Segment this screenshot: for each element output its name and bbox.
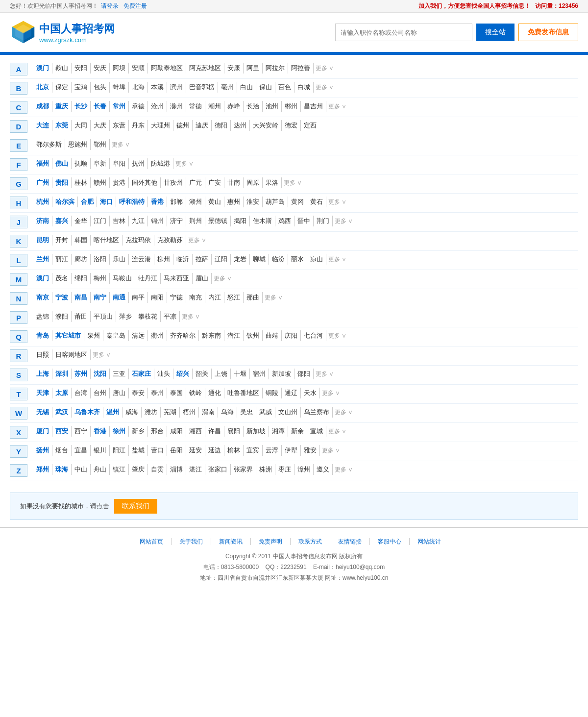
city-link[interactable]: 宜昌 [72, 445, 91, 456]
city-link[interactable]: 上海 [33, 369, 52, 379]
city-link[interactable]: 广安 [205, 177, 224, 188]
city-link[interactable]: 营口 [148, 445, 167, 456]
city-link[interactable]: 钦州 [244, 330, 263, 341]
city-link[interactable]: 通化 [205, 388, 224, 398]
city-link[interactable]: 天水 [301, 388, 320, 398]
city-link[interactable]: 延安 [186, 445, 205, 456]
city-link[interactable]: 三亚 [110, 369, 129, 379]
footer-nav-item[interactable]: 友情链接 [338, 538, 370, 545]
more-cities-link[interactable]: 更多 ∨ [328, 255, 346, 264]
city-link[interactable]: 吴忠 [237, 407, 256, 418]
city-link[interactable]: 芜湖 [161, 407, 180, 418]
city-link[interactable]: 那曲 [244, 292, 263, 303]
more-cities-link[interactable]: 更多 ∨ [182, 313, 200, 321]
city-link[interactable]: 台州 [91, 388, 110, 398]
city-link[interactable]: 咸阳 [167, 426, 186, 437]
city-link[interactable]: 曲靖 [263, 330, 282, 341]
city-link[interactable]: 南阳 [148, 292, 167, 303]
city-link[interactable]: 怒江 [224, 292, 244, 303]
city-link[interactable]: 宿州 [250, 369, 269, 379]
city-link[interactable]: 东营 [110, 120, 129, 131]
city-link[interactable]: 太原 [52, 388, 72, 398]
city-link[interactable]: 无锡 [33, 407, 52, 418]
city-link[interactable]: 新乡 [129, 426, 148, 437]
city-link[interactable]: 长治 [244, 101, 263, 112]
city-link[interactable]: 漳州 [294, 464, 314, 475]
city-link[interactable]: 济宁 [167, 216, 186, 226]
city-link[interactable]: 龙岩 [231, 254, 250, 265]
city-link[interactable]: 重庆 [52, 101, 72, 112]
city-link[interactable]: 乌兰察布 [301, 407, 333, 418]
city-link[interactable]: 国外其他 [129, 177, 161, 188]
footer-nav-item[interactable]: 客服中心 [378, 538, 410, 545]
more-cities-link[interactable]: 更多 ∨ [328, 427, 346, 436]
city-link[interactable]: 常州 [110, 101, 129, 112]
more-cities-link[interactable]: 更多 ∨ [335, 217, 353, 225]
contact-button[interactable]: 联系我们 [114, 499, 157, 514]
city-link[interactable]: 安庆 [91, 63, 110, 74]
city-link[interactable]: 中山 [72, 464, 91, 475]
city-link[interactable]: 泰安 [129, 388, 148, 398]
city-link[interactable]: 银川 [91, 445, 110, 456]
city-link[interactable]: 淄博 [167, 464, 186, 475]
city-link[interactable]: 肇庆 [129, 464, 148, 475]
city-link[interactable]: 香港 [148, 197, 167, 207]
city-link[interactable]: 宝鸡 [72, 82, 91, 93]
login-link[interactable]: 请登录 [101, 2, 119, 9]
search-button[interactable]: 搜全站 [476, 24, 514, 41]
city-link[interactable]: 伊犁 [282, 445, 301, 456]
city-link[interactable]: 南昌 [72, 292, 91, 303]
city-link[interactable]: 桂林 [72, 177, 91, 188]
footer-nav-item[interactable]: 关于我们 [179, 538, 211, 545]
city-link[interactable]: 清远 [129, 330, 148, 341]
city-link[interactable]: 云浮 [263, 445, 282, 456]
more-cities-link[interactable]: 更多 ∨ [316, 64, 334, 73]
city-link[interactable]: 连云港 [129, 254, 154, 265]
city-link[interactable]: 安顺 [129, 63, 148, 74]
city-link[interactable]: 鄂尔多斯 [33, 139, 65, 150]
city-link[interactable]: 衢州 [148, 330, 167, 341]
city-link[interactable]: 东莞 [52, 120, 72, 131]
city-link[interactable]: 白山 [237, 82, 256, 93]
city-link[interactable]: 北海 [129, 82, 148, 93]
city-link[interactable]: 马鞍山 [110, 273, 135, 284]
more-cities-link[interactable]: 更多 ∨ [265, 294, 283, 302]
city-link[interactable]: 喀什地区 [91, 235, 122, 246]
city-link[interactable]: 阿克苏地区 [186, 63, 224, 74]
city-link[interactable]: 滁州 [167, 101, 186, 112]
city-link[interactable]: 包头 [91, 82, 110, 93]
city-link[interactable]: 泉州 [84, 330, 103, 341]
city-link[interactable]: 甘孜州 [161, 177, 186, 188]
city-link[interactable]: 九江 [129, 216, 148, 226]
city-link[interactable]: 马来西亚 [161, 273, 193, 284]
city-link[interactable]: 惠州 [224, 197, 244, 207]
city-link[interactable]: 临沂 [173, 254, 193, 265]
city-link[interactable]: 温州 [103, 407, 122, 418]
city-link[interactable]: 南通 [110, 292, 129, 303]
city-link[interactable]: 达州 [231, 120, 250, 131]
city-link[interactable]: 石家庄 [129, 369, 154, 379]
city-link[interactable]: 宣城 [307, 426, 326, 437]
city-link[interactable]: 武威 [256, 407, 275, 418]
city-link[interactable]: 淮安 [244, 197, 263, 207]
more-cities-link[interactable]: 更多 ∨ [328, 332, 346, 340]
city-link[interactable]: 湖州 [186, 197, 205, 207]
city-link[interactable]: 滨州 [167, 82, 186, 93]
city-link[interactable]: 成都 [33, 101, 52, 112]
city-link[interactable]: 洛阳 [91, 254, 110, 265]
city-link[interactable]: 保定 [52, 82, 72, 93]
more-cities-link[interactable]: 更多 ∨ [328, 198, 346, 206]
city-link[interactable]: 烟台 [52, 445, 72, 456]
city-link[interactable]: 黄山 [205, 197, 224, 207]
city-link[interactable]: 张家口 [205, 464, 231, 475]
city-link[interactable]: 秦皇岛 [103, 330, 129, 341]
city-link[interactable]: 丽水 [288, 254, 307, 265]
city-link[interactable]: 嘉兴 [52, 216, 72, 226]
city-link[interactable]: 凉山 [307, 254, 326, 265]
city-link[interactable]: 亳州 [218, 82, 237, 93]
city-link[interactable]: 武汉 [52, 407, 72, 418]
city-link[interactable]: 南宁 [91, 292, 110, 303]
city-link[interactable]: 梧州 [180, 407, 199, 418]
more-cities-link[interactable]: 更多 ∨ [175, 160, 194, 168]
city-link[interactable]: 黄石 [307, 197, 326, 207]
